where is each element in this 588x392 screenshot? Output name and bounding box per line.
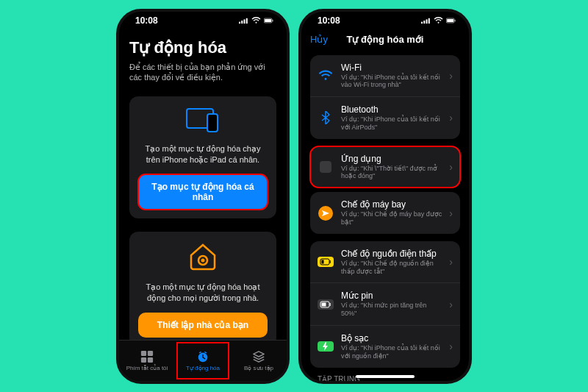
trigger-app-sub: Ví dụ: "Khi \"Thời tiết\" được mở hoặc đ… <box>341 165 442 181</box>
trigger-battery-level[interactable]: Mức pin Ví dụ: "Khi mức pin tăng trên 50… <box>310 282 460 325</box>
create-personal-automation-button[interactable]: Tạo mục tự động hóa cá nhân <box>138 174 268 210</box>
page-subtitle: Để các thiết bị của bạn phản ứng với các… <box>129 62 276 84</box>
svg-rect-18 <box>426 19 428 24</box>
trigger-battery-title: Mức pin <box>341 291 442 301</box>
trigger-wifi[interactable]: Wi-Fi Ví dụ: "Khi iPhone của tôi kết nối… <box>310 55 460 97</box>
charger-icon <box>318 338 334 354</box>
svg-rect-0 <box>239 21 240 23</box>
svg-rect-2 <box>244 19 245 24</box>
personal-card-desc: Tạo một mục tự động hóa chạy trên iPhone… <box>138 143 268 165</box>
status-bar: 10:08 <box>301 12 469 29</box>
tab-bar: Phím tắt của tôi Tự động hóa Bộ sưu tập <box>119 340 287 381</box>
svg-rect-12 <box>148 350 153 355</box>
trigger-wifi-sub: Ví dụ: "Khi iPhone của tôi kết nối vào W… <box>341 74 442 90</box>
grid-icon <box>140 350 154 363</box>
bluetooth-icon <box>318 110 334 126</box>
devices-icon <box>182 107 223 136</box>
svg-rect-8 <box>207 114 218 132</box>
trigger-group-airplane: Chế độ máy bay Ví dụ: "Khi Chế độ máy ba… <box>310 192 460 234</box>
svg-rect-26 <box>330 260 331 263</box>
home-indicator[interactable] <box>356 375 415 378</box>
nav-title: Tự động hóa mới <box>301 34 469 45</box>
home-card-desc: Tạo một mục tự động hóa hoạt động cho mọ… <box>138 282 268 304</box>
chevron-right-icon: › <box>449 70 453 82</box>
trigger-charger-title: Bộ sạc <box>341 333 442 343</box>
trigger-bluetooth[interactable]: Bluetooth Ví dụ: "Khi iPhone của tôi kết… <box>310 96 460 139</box>
trigger-group-power: Chế độ nguồn điện thấp Ví dụ: "Khi Chế đ… <box>310 241 460 368</box>
svg-point-10 <box>201 258 205 262</box>
trigger-charger-sub: Ví dụ: "Khi iPhone của tôi kết nối với n… <box>341 344 442 360</box>
svg-rect-23 <box>320 161 331 173</box>
setup-home-button[interactable]: Thiết lập nhà của bạn <box>138 313 268 338</box>
tab-automation-label: Tự động hóa <box>186 365 220 371</box>
trigger-lowpower-title: Chế độ nguồn điện thấp <box>341 249 442 259</box>
page-title: Tự động hóa <box>129 38 276 57</box>
chevron-right-icon: › <box>449 299 453 310</box>
trigger-charger[interactable]: Bộ sạc Ví dụ: "Khi iPhone của tôi kết nố… <box>310 325 460 368</box>
airplane-icon <box>318 205 334 221</box>
svg-rect-6 <box>273 19 273 21</box>
svg-rect-29 <box>330 303 331 306</box>
tab-shortcuts-label: Phím tắt của tôi <box>126 365 168 371</box>
trigger-bluetooth-sub: Ví dụ: "Khi iPhone của tôi kết nối với A… <box>341 115 442 132</box>
trigger-group-connectivity: Wi-Fi Ví dụ: "Khi iPhone của tôi kết nối… <box>310 55 460 139</box>
tab-automation[interactable]: Tự động hóa <box>175 341 231 381</box>
chevron-right-icon: › <box>449 207 453 219</box>
phone-screen-new-automation: 10:08 Hủy Tự động hóa mới Wi-Fi Ví dụ: "… <box>298 9 472 384</box>
svg-rect-19 <box>429 18 430 23</box>
svg-rect-21 <box>447 18 453 21</box>
trigger-group-app: Ứng dụng Ví dụ: "Khi \"Thời tiết\" được … <box>310 146 460 188</box>
status-icons <box>421 17 456 24</box>
wifi-icon <box>318 68 334 84</box>
chevron-right-icon: › <box>449 161 453 173</box>
automation-content: Tự động hóa Để các thiết bị của bạn phản… <box>119 29 287 340</box>
trigger-airplane-title: Chế độ máy bay <box>341 199 442 210</box>
wifi-icon <box>434 17 443 24</box>
home-icon <box>187 242 219 274</box>
battery-icon <box>264 17 273 24</box>
chevron-right-icon: › <box>449 341 453 352</box>
chevron-right-icon: › <box>449 112 453 124</box>
personal-automation-card: Tạo một mục tự động hóa chạy trên iPhone… <box>129 96 276 218</box>
svg-rect-1 <box>241 21 243 24</box>
tab-gallery-label: Bộ sưu tập <box>244 365 273 371</box>
trigger-airplane-sub: Ví dụ: "Khi Chế độ máy bay được bật" <box>341 210 442 227</box>
status-time: 10:08 <box>318 15 340 26</box>
battery-icon <box>446 17 456 24</box>
svg-rect-28 <box>322 302 326 306</box>
trigger-airplane[interactable]: Chế độ máy bay Ví dụ: "Khi Chế độ máy ba… <box>310 192 460 234</box>
chevron-right-icon: › <box>449 256 453 268</box>
tab-shortcuts[interactable]: Phím tắt của tôi <box>119 341 175 381</box>
status-bar: 10:08 <box>119 12 287 29</box>
status-icons <box>239 17 273 24</box>
trigger-app[interactable]: Ứng dụng Ví dụ: "Khi \"Thời tiết\" được … <box>310 146 460 188</box>
svg-rect-22 <box>455 19 456 21</box>
trigger-low-power[interactable]: Chế độ nguồn điện thấp Ví dụ: "Khi Chế đ… <box>310 241 460 283</box>
status-time: 10:08 <box>135 15 158 26</box>
wifi-icon <box>251 17 261 24</box>
svg-rect-5 <box>265 18 271 21</box>
trigger-bluetooth-title: Bluetooth <box>341 104 442 115</box>
svg-rect-13 <box>141 357 146 362</box>
svg-rect-3 <box>246 18 248 23</box>
battery-low-icon <box>318 254 334 270</box>
triggers-scroll[interactable]: Wi-Fi Ví dụ: "Khi iPhone của tôi kết nối… <box>301 51 469 381</box>
tab-gallery[interactable]: Bộ sưu tập <box>231 341 287 381</box>
cellular-icon <box>421 17 431 24</box>
svg-rect-25 <box>322 260 324 264</box>
trigger-wifi-title: Wi-Fi <box>341 63 442 73</box>
nav-bar: Hủy Tự động hóa mới <box>301 29 469 51</box>
svg-rect-16 <box>421 21 423 23</box>
svg-rect-17 <box>423 21 425 24</box>
cellular-icon <box>239 17 248 24</box>
clock-icon <box>196 350 210 363</box>
trigger-app-title: Ứng dụng <box>341 154 442 164</box>
trigger-lowpower-sub: Ví dụ: "Khi Chế độ nguồn điện thấp được … <box>341 260 442 276</box>
battery-level-icon <box>318 296 334 313</box>
home-automation-card: Tạo một mục tự động hóa hoạt động cho mọ… <box>129 232 276 340</box>
app-icon <box>318 159 334 175</box>
svg-rect-14 <box>148 357 153 362</box>
stack-icon <box>251 350 266 363</box>
svg-rect-11 <box>141 350 146 355</box>
phone-screen-automation: 10:08 Tự động hóa Để các thiết bị của bạ… <box>116 9 290 384</box>
